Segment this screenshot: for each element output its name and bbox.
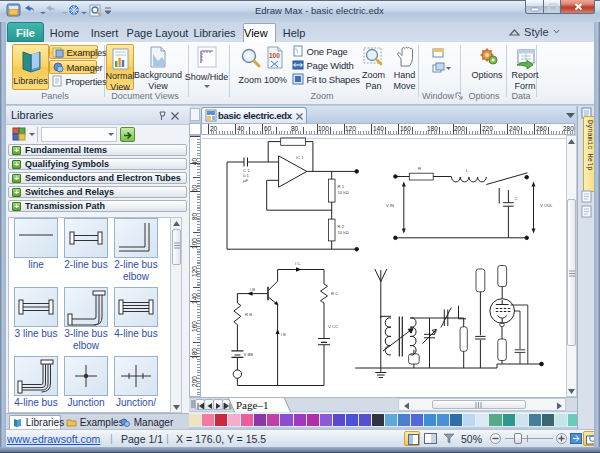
svg-text:10 kΩ: 10 kΩ [338,230,349,235]
svg-text:C: C [515,196,518,201]
svg-text:R C: R C [331,291,338,296]
svg-text:I C: I C [295,261,300,266]
svg-text:100: 100 [269,52,280,59]
svg-text:μF: μF [243,178,248,183]
svg-text:V BB: V BB [244,352,254,357]
svg-text:R 1: R 1 [338,184,345,189]
svg-text:V OUL: V OUL [540,203,553,208]
svg-text:L: L [466,168,469,173]
svg-text:V CC: V CC [328,324,338,329]
svg-text:R 2: R 2 [338,224,345,229]
svg-text:I E: I E [281,332,286,337]
svg-text:10 kΩ: 10 kΩ [338,190,349,195]
svg-text:I B: I B [250,287,255,292]
svg-text:IC 1: IC 1 [296,155,304,160]
svg-text:R: R [418,166,421,171]
svg-text:R B: R B [245,312,252,317]
svg-text:V IN: V IN [386,203,394,208]
